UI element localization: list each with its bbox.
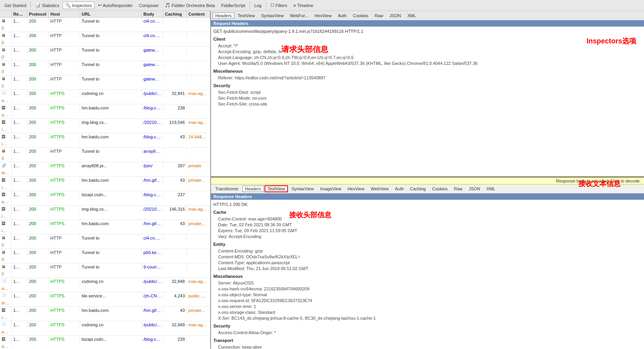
table-row[interactable]: 🖼 1... 200 HTTPS img-blog.cs... /2021020…	[0, 206, 210, 220]
table-row[interactable]: 🖼 1... 200 HTTPS hm.baidu.com /blog-cons…	[0, 133, 210, 148]
table-row[interactable]: 🖼 1... 200 HTTPS bizapi.csdn... /blog-co…	[0, 336, 210, 349]
table-row[interactable]: 🖥 1... 200 HTTP Tunnel to cl4-cn.apple.c…	[0, 32, 210, 47]
table-row[interactable]: 🖥 1... 200 HTTP Tunnel to cl4-cn.apple.c…	[0, 18, 210, 32]
row-url: cl4-cn.apple.com:443	[142, 234, 163, 242]
autoresponder-btn[interactable]: ↩ AutoResponder	[95, 2, 135, 9]
table-row[interactable]: 📄 1... 200 HTTPS csdnimg.cn /public/comm…	[0, 90, 210, 104]
notif-bar[interactable]: Response body is encoded. Click to decod…	[211, 177, 644, 184]
row-caching	[187, 191, 210, 198]
row-content: text/xm	[0, 299, 12, 306]
response-group-title: Transport	[213, 337, 642, 344]
row-body: 146,316	[163, 206, 187, 213]
inspectors-btn[interactable]: 🔍 Inspectors	[63, 2, 95, 9]
row-caching	[187, 47, 210, 54]
resp-tab-json[interactable]: JSON	[466, 186, 483, 192]
row-protocol: HTTP	[49, 75, 80, 82]
resp-tab-imageview[interactable]: ImageView	[317, 186, 344, 192]
req-tab-webform[interactable]: WebFor...	[287, 13, 311, 19]
row-icon: 🖼	[0, 206, 12, 213]
col-url: URL	[80, 11, 142, 17]
req-tab-json[interactable]: JSON	[387, 13, 404, 19]
resp-tab-webview[interactable]: WebView	[368, 186, 392, 192]
timeline-btn[interactable]: ≡ Timeline	[291, 2, 316, 9]
table-row[interactable]: 🔗 1... 200 HTTPS array808.pr... /join/ 2…	[0, 162, 210, 177]
resp-tab-cookies[interactable]: Cookies	[429, 186, 451, 192]
resp-tab-raw[interactable]: Raw	[451, 186, 465, 192]
table-row[interactable]: 📄 1... 200 HTTPS csdnimg.cn /public/comm…	[0, 321, 210, 336]
resp-tab-auth[interactable]: Auth	[392, 186, 407, 192]
row-host: csdnimg.cn	[80, 278, 142, 285]
row-host: Tunnel to	[80, 18, 142, 25]
req-tab-syntaxview[interactable]: SyntaxView	[258, 13, 286, 19]
table-row[interactable]: 🖼 1... 200 HTTPS hm.baidu.com /hm.gif?cc…	[0, 307, 210, 321]
row-content: applicat	[0, 97, 12, 104]
fiddlerscript-btn[interactable]: FiddlerScript	[218, 2, 248, 9]
resp-tab-hexview[interactable]: HexView	[345, 186, 367, 192]
request-header-item: Sec-Fetch-Site: cross-site	[213, 101, 642, 107]
table-row[interactable]: 📄 1... 200 HTTPS tile-service... /zh-CN/…	[0, 292, 210, 307]
table-row[interactable]: 🖼 1... 200 HTTPS bizapi.csdn... /blog-co…	[0, 191, 210, 206]
row-caching: private...	[187, 307, 210, 314]
table-row[interactable]: 🖥 1... 200 HTTP Tunnel to gateway.icloud…	[0, 75, 210, 90]
row-url: gateway.icloud.com.cn:443	[142, 61, 163, 68]
table-row[interactable]: 🖼 1... 200 HTTPS hm.baidu.com /blog-cons…	[0, 104, 210, 119]
row-body	[163, 61, 187, 68]
row-icon: 🖼	[0, 307, 12, 314]
get-started-btn[interactable]: Get Started	[2, 2, 29, 9]
table-row[interactable]: 🖥 1... 200 HTTP Tunnel to 9-courier.push…	[0, 263, 210, 278]
traffic-table[interactable]: Result Protocol Host URL Body Caching Co…	[0, 11, 210, 349]
table-row[interactable]: 🖥 1... 200 HTTP Tunnel to gateway.icloud…	[0, 47, 210, 61]
log-btn[interactable]: Log	[252, 2, 264, 9]
autoresponder-icon: ↩	[98, 3, 102, 8]
row-host: Tunnel to	[80, 61, 142, 68]
response-header-item: Content-Encoding: gzip	[213, 248, 642, 254]
table-row[interactable]: 📄 1... 200 HTTPS csdnimg.cn /public/comm…	[0, 278, 210, 292]
table-row[interactable]: 🖥 1... 200 HTTP Tunnel to cl4-cn.apple.c…	[0, 234, 210, 249]
response-content[interactable]: HTTP/1.1 200 OK CacheCache-Control: max-…	[211, 200, 644, 349]
row-host: bizapi.csdn...	[80, 336, 142, 343]
filters-btn[interactable]: ☐ Filters	[268, 2, 290, 9]
resp-tab-transformer[interactable]: Transformer	[213, 186, 242, 192]
request-content[interactable]: GET /public/common/libs/jquery/jquery-1.…	[211, 27, 644, 176]
req-tab-headers[interactable]: Headers	[213, 13, 234, 19]
table-row[interactable]: 🖥 1... 200 HTTP Tunnel to array808.prod.…	[0, 148, 210, 162]
row-status: 200	[27, 148, 49, 155]
row-url: array808.prod.do.dsp.mp.microso...	[142, 148, 163, 155]
req-tab-hexview[interactable]: HexView	[312, 13, 334, 19]
row-caching: private	[187, 162, 210, 169]
table-row[interactable]: 🖼 1... 200 HTTPS hm.baidu.com /hm.gif?cc…	[0, 177, 210, 191]
req-tab-auth[interactable]: Auth	[335, 13, 349, 19]
fiddler-orchestra-btn[interactable]: 🎵 Fiddler Orchestra Beta	[162, 2, 218, 9]
row-protocol: HTTP	[49, 47, 80, 54]
row-host: img-blog.cs...	[80, 119, 142, 126]
row-url: /blog-console-api/v3/upload/img?s...	[142, 104, 163, 111]
table-row[interactable]: 🖥 1... 200 HTTP Tunnel to gateway.icloud…	[0, 61, 210, 75]
table-row[interactable]: 🖼 1... 200 HTTPS img-blog.cs... /2021020…	[0, 119, 210, 133]
row-icon: 🔗	[0, 162, 12, 169]
row-caching	[187, 75, 210, 82]
resp-tab-syntaxview[interactable]: SyntaxView	[289, 186, 317, 192]
req-tab-cookies[interactable]: Cookies	[350, 13, 371, 19]
row-status: 200	[27, 18, 49, 25]
composer-btn[interactable]: Composer	[136, 2, 161, 9]
req-tab-xml[interactable]: XML	[404, 13, 419, 19]
row-status: 200	[27, 249, 49, 256]
row-icon: 📄	[0, 292, 12, 299]
response-header-item: x-oss-object-type: Normal	[213, 292, 642, 298]
req-tab-raw[interactable]: Raw	[372, 13, 386, 19]
row-content: 0	[0, 82, 12, 89]
req-tab-textview[interactable]: TextView	[235, 13, 258, 19]
resp-tab-caching[interactable]: Caching	[407, 186, 428, 192]
row-body: 43	[163, 133, 187, 140]
response-header-item: Access-Control-Allow-Origin: *	[213, 330, 642, 336]
statistics-btn[interactable]: 📊 Statistics	[32, 2, 62, 9]
row-status: 200	[27, 177, 49, 184]
table-row[interactable]: 🖥 1... 200 HTTP Tunnel to p60-keyvaluese…	[0, 249, 210, 263]
row-caching	[187, 263, 210, 270]
resp-tab-headers[interactable]: Headers	[242, 186, 264, 192]
row-result: 1...	[12, 18, 27, 25]
resp-tab-xml[interactable]: XML	[484, 186, 498, 192]
resp-tab-textview[interactable]: TextView	[265, 185, 288, 192]
table-row[interactable]: 🖼 1... 200 HTTPS hm.baidu.com /hm.gif?cc…	[0, 220, 210, 234]
row-host: img-blog.cs...	[80, 206, 142, 213]
